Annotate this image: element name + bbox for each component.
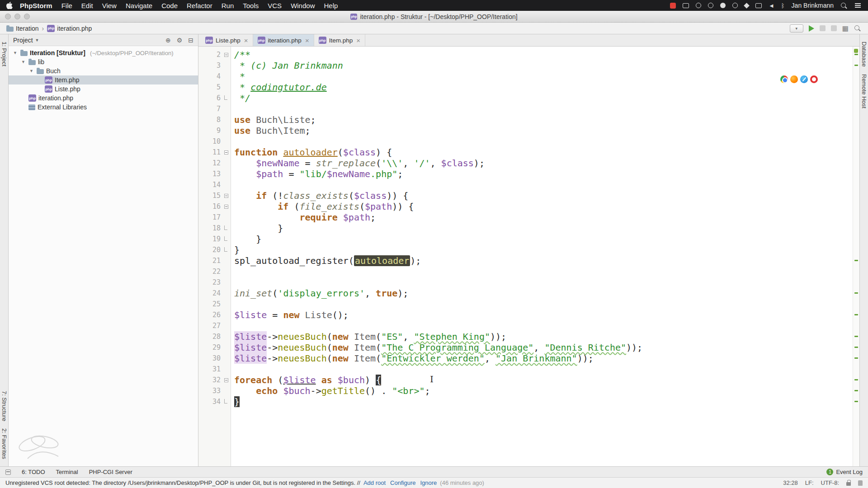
code-line[interactable] (234, 320, 859, 331)
hide-panel-icon[interactable]: ⊟ (188, 37, 193, 44)
code-line[interactable]: * (c) Jan Brinkmann (234, 60, 859, 71)
breadcrumb-item-iteration[interactable]: Iteration (5, 25, 41, 32)
tool-window-button-2-favorites[interactable]: 2: Favorites (1, 428, 8, 459)
tool-window-button-terminal[interactable]: Terminal (56, 469, 78, 475)
code-line[interactable]: } (234, 234, 859, 244)
code-line[interactable]: ini_set('display_errors', true); (234, 288, 859, 299)
dropbox-icon[interactable] (744, 3, 750, 9)
tool-window-button-database[interactable]: Database (861, 42, 868, 67)
highlighting-level-icon[interactable] (858, 480, 863, 486)
breadcrumb-item-iteration-php[interactable]: phpiteration.php (45, 25, 94, 32)
fold-end-icon[interactable] (224, 236, 227, 241)
code-line[interactable] (234, 103, 859, 114)
line-number[interactable]: 31 (212, 364, 221, 375)
fold-end-icon[interactable] (224, 399, 227, 404)
accessibility-icon[interactable] (708, 3, 713, 8)
fold-end-icon[interactable] (224, 247, 227, 252)
display-icon[interactable] (683, 3, 689, 8)
code-line[interactable] (234, 277, 859, 288)
vcs-change-marker[interactable] (854, 292, 858, 294)
menu-item-vcs[interactable]: VCS (263, 2, 286, 9)
code-line[interactable]: if (file_exists($path)) { (234, 201, 859, 212)
line-number[interactable]: 8 (217, 114, 221, 125)
menu-item-file[interactable]: File (57, 2, 77, 9)
spiral-menu-icon[interactable] (732, 3, 738, 8)
tool-window-button-php-cgi-server[interactable]: PHP-CGI Server (89, 469, 132, 475)
vcs-change-marker[interactable] (854, 390, 858, 391)
editor-code-area[interactable]: I /** * (c) Jan Brinkmann * * codingtuto… (231, 47, 859, 466)
tool-window-switcher-icon[interactable] (5, 469, 11, 475)
line-separator-indicator[interactable]: LF: (805, 479, 814, 486)
line-number[interactable]: 19 (212, 234, 221, 244)
expander-icon[interactable]: ▼ (12, 51, 18, 55)
code-line[interactable]: * codingtutor.de (234, 82, 859, 93)
code-line[interactable] (234, 136, 859, 147)
encoding-indicator[interactable]: UTF-8: (821, 479, 839, 486)
chevron-down-icon[interactable]: ▼ (35, 38, 39, 42)
airplay-icon[interactable] (755, 3, 762, 8)
tab-close-icon[interactable]: × (244, 37, 248, 44)
line-number[interactable]: 26 (212, 310, 221, 320)
line-number[interactable]: 29 (212, 342, 221, 353)
line-number[interactable]: 30 (212, 353, 221, 364)
locate-file-icon[interactable]: ⊕ (165, 37, 171, 44)
line-number[interactable]: 28 (212, 331, 221, 342)
notification-center-icon[interactable] (855, 5, 861, 6)
menu-item-navigate[interactable]: Navigate (121, 2, 157, 9)
code-line[interactable]: function autoloader($class) { (234, 147, 859, 158)
menu-item-tools[interactable]: Tools (238, 2, 263, 9)
bluetooth-icon[interactable]: ᛒ (781, 3, 785, 9)
close-window-button[interactable] (5, 14, 11, 19)
line-number[interactable]: 24 (212, 288, 221, 299)
vcs-change-marker[interactable] (854, 314, 858, 315)
tree-item-iteration-struktur[interactable]: ▼Iteration [Struktur](~/Desktop/PHP_OOP/… (9, 48, 198, 57)
vcs-link-configure[interactable]: Configure (390, 479, 415, 486)
firefox-icon[interactable] (790, 75, 798, 83)
code-line[interactable] (234, 179, 859, 190)
caret-position[interactable]: 32:28 (783, 479, 798, 486)
vcs-change-marker[interactable] (854, 357, 858, 359)
menu-item-edit[interactable]: Edit (77, 2, 98, 9)
read-only-lock-icon[interactable] (846, 482, 851, 486)
code-line[interactable]: } (234, 223, 859, 234)
code-line[interactable]: */ (234, 93, 859, 103)
code-line[interactable] (234, 299, 859, 310)
tool-window-button-6-todo[interactable]: 6: TODO (22, 469, 45, 475)
fold-end-icon[interactable] (224, 225, 227, 230)
code-line[interactable]: foreach ($liste as $buch) { (234, 375, 859, 385)
line-number[interactable]: 12 (212, 158, 221, 169)
apple-menu-icon[interactable] (6, 2, 13, 9)
menu-item-help[interactable]: Help (319, 2, 342, 9)
fold-collapse-icon[interactable] (224, 378, 228, 382)
tool-window-button-1-project[interactable]: 1: Project (1, 42, 8, 66)
tool-window-button-remote-host[interactable]: Remote Host (861, 74, 868, 108)
vcs-change-marker[interactable] (854, 336, 858, 337)
fold-collapse-icon[interactable] (224, 150, 228, 155)
code-line[interactable]: } (234, 396, 859, 407)
menu-item-refactor[interactable]: Refactor (182, 2, 217, 9)
fold-collapse-icon[interactable] (224, 205, 228, 209)
line-number[interactable]: 7 (217, 103, 221, 114)
project-panel-title[interactable]: Project (13, 37, 33, 44)
vcs-change-marker[interactable] (854, 401, 858, 402)
menu-bar-username[interactable]: Jan Brinkmann (792, 2, 834, 9)
code-line[interactable]: $newName = str_replace('\\', '/', $class… (234, 158, 859, 169)
code-line[interactable]: use Buch\Liste; (234, 114, 859, 125)
line-number[interactable]: 3 (217, 60, 221, 71)
line-number[interactable]: 20 (212, 244, 221, 255)
menu-item-code[interactable]: Code (157, 2, 182, 9)
minimize-window-button[interactable] (14, 14, 20, 19)
vcs-change-marker[interactable] (854, 54, 858, 55)
vcs-link-ignore[interactable]: Ignore (420, 479, 437, 486)
opera-icon[interactable] (810, 75, 818, 83)
line-number[interactable]: 32 (212, 375, 221, 385)
editor-marker-bar[interactable] (853, 47, 859, 466)
tab-close-icon[interactable]: × (356, 37, 360, 44)
tree-item-liste-php[interactable]: phpListe.php (9, 84, 198, 94)
line-number[interactable]: 6 (217, 93, 221, 103)
tab-liste-php[interactable]: phpListe.php× (201, 34, 253, 46)
vcs-change-marker[interactable] (854, 347, 858, 348)
code-line[interactable] (234, 364, 859, 375)
tree-item-buch[interactable]: ▼Buch (9, 66, 198, 75)
search-everywhere-icon[interactable] (854, 25, 861, 32)
